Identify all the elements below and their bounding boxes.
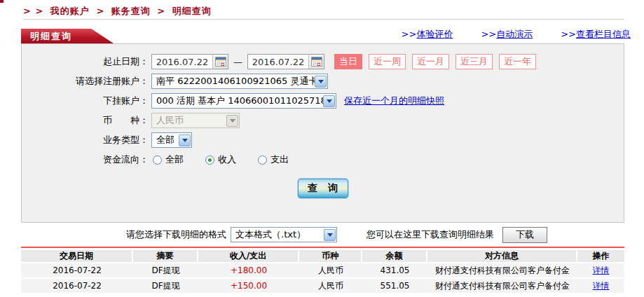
breadcrumb-divider [23,19,624,20]
cell-summary: DF提现 [133,263,198,277]
biztype-value: 全部 [153,134,178,146]
col-header-counterparty: 对方信息 [427,250,577,262]
flow-radio-group: 全部 收入 支出 [153,153,310,166]
breadcrumb: > > 我的账户 > 账务查询 > 明细查询 [23,5,214,18]
query-form: 起止日期： 2016.07.22 — [21,43,624,223]
download-format-label: 请您选择下载明细的格式 [126,228,226,241]
flow-option-label: 支出 [270,153,289,166]
col-header-action: 操作 [577,250,624,262]
chevron-down-icon[interactable] [324,229,336,241]
range-button-today[interactable]: 当日 [334,54,362,69]
register-account-select[interactable]: 南平 6222001406100921065 灵通卡 [151,74,328,89]
chevron-down-icon[interactable] [179,134,191,146]
sub-account-value: 000 活期 基本户 1406600101102571848 [153,95,323,107]
breadcrumb-item[interactable]: 账务查询 [111,6,151,16]
sub-account-label: 下挂账户： [22,95,149,107]
col-header-currency: 币种 [299,250,362,262]
col-header-summary: 摘要 [133,250,198,262]
date-from-input[interactable]: 2016.07.22 [152,57,212,67]
currency-value: 人民币 [153,114,187,127]
register-account-row: 请选择注册账户： 南平 6222001406100921065 灵通卡 [22,74,624,89]
flow-row: 资金流向： 全部 收入 支出 [22,152,624,167]
link-prefix: >> [481,29,496,39]
table-top-divider [21,247,624,248]
date-to-input[interactable]: 2016.07.22 [248,57,308,67]
tab-detail-query[interactable]: 明细查询 [21,29,114,43]
snapshot-link[interactable]: 保存近一个月的明细快照 [344,95,444,107]
currency-row: 币 种： 人民币 [22,113,624,128]
breadcrumb-item[interactable]: 我的账户 [50,6,90,16]
flow-option-label: 全部 [165,153,184,166]
cell-counterparty: 财付通支付科技有限公司客户备付金 [427,279,577,293]
flow-option-label: 收入 [218,153,236,166]
corner-mark [0,0,4,3]
currency-label: 币 种： [22,114,149,127]
cell-amount: +150.00 [198,279,299,293]
sub-account-row: 下挂账户： 000 活期 基本户 1406600101102571848 保存近… [22,93,624,109]
calendar-button[interactable] [212,55,228,69]
chevron-down-icon[interactable] [315,76,327,88]
download-hint-label: 您可以在这里下载查询明细结果 [366,228,494,241]
date-dash: — [233,57,242,67]
range-button-year[interactable]: 近一年 [499,54,536,69]
link-experience-rating[interactable]: >>体验评价 [402,28,453,41]
register-account-label: 请选择注册账户： [22,75,149,88]
top-links: >>体验评价 >>自动演示 >>查看栏目信息 [322,28,631,41]
query-button[interactable]: 查 询 [298,179,348,198]
chevron-down-icon [226,115,238,127]
radio-checked-icon[interactable] [205,156,214,165]
currency-select: 人民币 [151,113,240,128]
cell-amount: +180.00 [198,263,299,277]
breadcrumb-item[interactable]: 明细查询 [172,6,212,16]
sub-account-select[interactable]: 000 活期 基本户 1406600101102571848 [151,93,336,109]
date-from-field[interactable]: 2016.07.22 [151,54,228,69]
cell-summary: DF提现 [133,279,198,293]
biztype-select[interactable]: 全部 [151,132,192,148]
range-button-month[interactable]: 近一月 [412,54,449,69]
range-button-week[interactable]: 近一周 [369,54,406,69]
date-range-label: 起止日期： [22,55,149,68]
flow-label: 资金流向： [22,153,149,166]
flow-option-all[interactable]: 全部 [153,153,184,166]
link-label: 自动演示 [496,29,533,39]
calendar-button[interactable] [308,55,324,69]
transactions-table: 交易日期 摘要 收入/支出 币种 余额 对方信息 操作 2016-07-22 D… [21,250,624,293]
download-format-select[interactable]: 文本格式（.txt） [231,227,337,242]
col-header-balance: 余额 [362,250,427,262]
detail-link[interactable]: 详情 [593,280,610,292]
link-column-info[interactable]: >>查看栏目信息 [561,28,631,41]
breadcrumb-separator: > [157,6,165,16]
link-label: 体验评价 [416,29,453,39]
chevron-down-icon[interactable] [323,95,335,107]
cell-currency: 人民币 [299,279,362,293]
link-label: 查看栏目信息 [576,29,631,39]
col-header-amount: 收入/支出 [198,250,299,262]
download-format-value: 文本格式（.txt） [232,228,309,241]
date-range-row: 起止日期： 2016.07.22 — [22,54,624,69]
flow-option-income[interactable]: 收入 [205,153,236,166]
cell-balance: 431.05 [362,263,427,277]
breadcrumb-prefix: > > [23,6,43,16]
biztype-row: 业务类型： 全部 [22,132,624,148]
table-header-row: 交易日期 摘要 收入/支出 币种 余额 对方信息 操作 [21,250,624,262]
detail-link[interactable]: 详情 [593,265,610,277]
flow-option-expense[interactable]: 支出 [258,153,289,166]
link-prefix: >> [561,29,576,39]
cell-date: 2016-07-22 [21,263,133,277]
radio-icon[interactable] [258,156,267,165]
calendar-icon [215,57,226,67]
tab-label: 明细查询 [30,31,72,41]
table-row: 2016-07-22 DF提现 +180.00 人民币 431.05 财付通支付… [21,263,624,277]
range-button-quarter[interactable]: 近三月 [455,54,493,69]
download-row: 请您选择下载明细的格式 文本格式（.txt） 您可以在这里下载查询明细结果 下载 [21,226,624,244]
biztype-label: 业务类型： [22,134,149,146]
link-prefix: >> [402,29,417,39]
date-to-field[interactable]: 2016.07.22 [247,54,324,69]
register-account-value: 南平 6222001406100921065 灵通卡 [153,75,315,88]
link-auto-demo[interactable]: >>自动演示 [481,28,533,41]
cell-counterparty: 财付通支付科技有限公司客户备付金 [427,263,577,277]
radio-icon[interactable] [153,156,162,165]
table-row: 2016-07-22 DF提现 +150.00 人民币 551.05 财付通支付… [21,279,624,293]
cell-balance: 551.05 [362,279,427,293]
download-button[interactable]: 下载 [502,227,547,243]
